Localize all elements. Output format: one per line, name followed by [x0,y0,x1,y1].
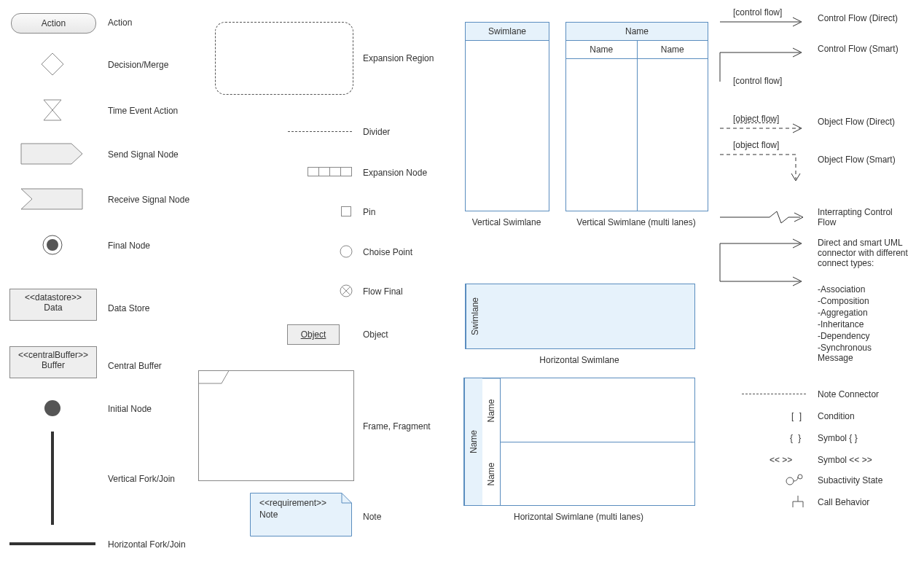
receive-signal-label: Receive Signal Node [108,195,189,205]
send-signal-shape [20,143,83,165]
condition-symbol: [ ] [791,411,803,421]
v-swimlane-label: Vertical Swimlane [465,217,548,227]
divider-shape [288,131,352,132]
expansion-node-shape [308,167,353,177]
of-smart-label: Object Flow (Smart) [818,155,905,165]
v-swimlane-multi-header: Name [566,23,708,41]
svg-marker-0 [42,53,63,75]
final-node-label: Final Node [108,241,150,251]
svg-rect-15 [199,371,354,481]
vertical-fork-label: Vertical Fork/Join [108,474,175,484]
h-swimlane-shape: Swimlane [465,284,695,349]
choice-point-label: Choise Point [363,247,412,257]
horizontal-fork-shape [9,542,95,545]
cf-smart-label: Control Flow (Smart) [818,44,905,54]
send-signal-label: Send Signal Node [108,149,179,160]
frame-label: Frame, Fragment [363,421,431,432]
action-shape: Action [11,13,96,34]
v-swimlane-shape: Swimlane [465,22,549,211]
note-connector-label: Note Connector [818,389,879,399]
central-buffer-stereo: <<centralBuffer>> [10,350,96,360]
uml-conn-item-1: -Composition [818,296,869,306]
note-name: Note [259,510,278,520]
decision-shape [41,52,64,76]
angles-symbol: << >> [770,455,792,465]
svg-point-11 [340,246,352,257]
svg-marker-2 [21,144,82,164]
h-swimlane-header: Swimlane [466,284,484,348]
uml-conn-item-5: -Synchronous Message [818,343,905,363]
uml-conn-item-4: -Dependency [818,331,869,341]
uml-conn-item-0: -Association [818,284,865,294]
central-buffer-shape: <<centralBuffer>> Buffer [9,346,97,378]
uml-conn-item-2: -Aggregation [818,308,868,318]
datastore-name: Data [10,303,96,313]
pin-label: Pin [363,207,375,217]
decision-label: Decision/Merge [108,60,168,70]
h-swimlane-multi-sub2: Name [482,442,500,506]
expansion-region-shape [215,22,353,95]
note-stereo: <<requirement>> [259,498,326,508]
object-shape: Object [287,324,340,345]
v-swimlane-multi-label: Vertical Swimlane (multi lanes) [565,217,707,227]
horizontal-fork-label: Horizontal Fork/Join [108,539,186,550]
v-swimlane-header: Swimlane [466,23,549,41]
datastore-stereo: <<datastore>> [10,292,96,303]
braces-symbol: { } [790,433,802,443]
central-buffer-label: Central Buffer [108,361,162,371]
condition-label: Condition [818,411,855,421]
cf-direct-shape [720,16,806,28]
uml-conn-item-3: -Inheritance [818,319,864,329]
h-swimlane-multi-header: Name [464,378,482,505]
action-label: Action [108,17,132,28]
expansion-node-label: Expansion Node [363,168,427,178]
uml-connectors-shape [720,238,806,289]
of-direct-label: Object Flow (Direct) [818,117,905,127]
v-swimlane-multi-sub2: Name [638,41,708,58]
note-connector-shape [742,394,806,394]
divider-label: Divider [363,127,390,137]
datastore-shape: <<datastore>> Data [9,289,97,321]
of-direct-shape [720,122,806,134]
of-smart-shape [720,150,806,185]
of-smart-tag: [object flow] [733,140,779,150]
call-behavior-label: Call Behavior [818,497,869,507]
svg-marker-3 [21,189,82,209]
angles-label: Symbol << >> [818,455,872,465]
time-event-shape [43,99,62,121]
final-node-shape [42,235,63,255]
object-label: Object [363,329,388,340]
note-label: Note [363,512,381,522]
expansion-region-label: Expansion Region [363,53,434,63]
interrupt-label: Interrapting Control Flow [818,207,905,227]
h-swimlane-label: Horizontal Swimlane [465,355,694,365]
central-buffer-name: Buffer [10,360,96,370]
of-direct-tag: [object flow] [733,114,779,124]
vertical-fork-shape [51,432,54,525]
frame-shape [198,370,354,481]
v-swimlane-multi-sub1: Name [566,41,638,58]
h-swimlane-multi-label: Horizontal Swimlane (multi lanes) [463,512,694,522]
cf-smart-tag: [control flow] [733,76,782,86]
datastore-label: Data Store [108,303,149,313]
pin-shape [341,206,351,216]
svg-point-5 [47,239,58,251]
call-behavior-shape [791,496,804,509]
interrupt-shape [720,208,806,226]
time-event-label: Time Event Action [108,106,178,116]
cf-direct-tag: [control flow] [733,7,782,17]
initial-node-label: Initial Node [108,404,152,414]
v-swimlane-multi-shape: Name Name Name [565,22,708,211]
svg-point-19 [786,477,794,485]
object-shape-text: Object [301,329,326,340]
receive-signal-shape [20,188,83,210]
uml-connectors-label: Direct and smart UML connector with diff… [818,238,920,268]
h-swimlane-multi-sub1: Name [482,378,500,442]
cf-direct-label: Control Flow (Direct) [818,13,905,23]
choice-point-shape [340,245,353,258]
initial-node-shape [44,399,61,417]
h-swimlane-multi-shape: Name Name Name [463,378,695,506]
flow-final-shape [340,284,353,297]
svg-point-20 [798,475,802,479]
braces-label: Symbol { } [818,433,858,443]
